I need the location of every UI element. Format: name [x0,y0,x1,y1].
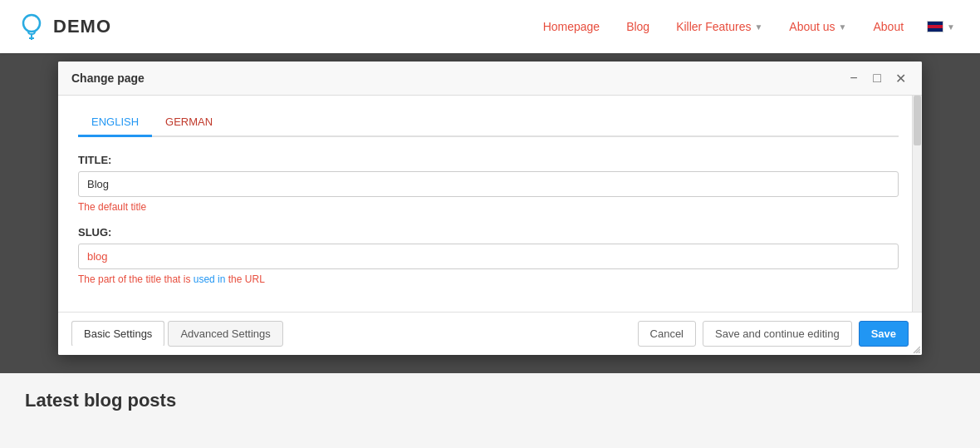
modal-footer: Basic Settings Advanced Settings Cancel … [58,312,922,355]
language-tabs: ENGLISH GERMAN [78,109,899,137]
svg-point-0 [23,15,40,32]
nav-killer-features[interactable]: Killer Features ▼ [664,13,774,40]
modal-title: Change page [71,71,145,85]
topbar: DEMO Homepage Blog Killer Features ▼ Abo… [0,0,980,53]
basic-settings-tab[interactable]: Basic Settings [71,321,164,347]
nav-blog[interactable]: Blog [615,13,661,40]
logo-text: DEMO [53,16,111,37]
slug-input[interactable] [78,244,899,269]
footer-actions: Cancel Save and continue editing Save [638,321,909,347]
scroll-thumb [914,96,921,145]
modal-controls: − □ ✕ [845,70,909,86]
resize-icon [912,345,920,353]
modal-header: Change page − □ ✕ [58,62,922,96]
about-us-dropdown-icon: ▼ [839,22,847,32]
nav-about-us[interactable]: About us ▼ [777,13,858,40]
tab-german[interactable]: GERMAN [152,109,226,137]
title-hint: The default title [78,201,899,213]
slug-hint: The part of the title that is used in th… [78,273,899,285]
logo-area: DEMO [17,12,111,42]
tab-english[interactable]: ENGLISH [78,109,152,137]
modal-body: ENGLISH GERMAN TITLE: The default title … [58,96,922,312]
slug-label: SLUG: [78,226,899,239]
slug-field-group: SLUG: The part of the title that is used… [78,226,899,285]
modal-overlay: Change page − □ ✕ ENGLISH GERMAN TITLE: … [0,53,980,448]
nav-links: Homepage Blog Killer Features ▼ About us… [532,13,963,40]
save-continue-button[interactable]: Save and continue editing [703,321,852,347]
change-page-modal: Change page − □ ✕ ENGLISH GERMAN TITLE: … [58,62,922,355]
nav-about[interactable]: About [862,13,916,40]
advanced-settings-tab[interactable]: Advanced Settings [168,321,282,347]
logo-icon [17,12,47,42]
modal-minimize-button[interactable]: − [845,70,862,86]
title-input[interactable] [78,171,899,197]
modal-close-button[interactable]: ✕ [892,70,909,86]
language-selector[interactable]: ▼ [919,14,963,39]
killer-features-dropdown-icon: ▼ [754,22,762,32]
language-dropdown-icon: ▼ [947,22,955,32]
footer-tabs: Basic Settings Advanced Settings [71,321,283,347]
cancel-button[interactable]: Cancel [638,321,696,347]
modal-maximize-button[interactable]: □ [869,70,885,86]
flag-icon [927,21,943,32]
nav-homepage[interactable]: Homepage [532,13,612,40]
resize-handle[interactable] [909,342,922,355]
title-label: TITLE: [78,154,899,166]
scroll-track[interactable] [912,96,922,312]
title-field-group: TITLE: The default title [78,154,899,213]
svg-line-5 [919,352,920,353]
save-button[interactable]: Save [859,321,909,347]
